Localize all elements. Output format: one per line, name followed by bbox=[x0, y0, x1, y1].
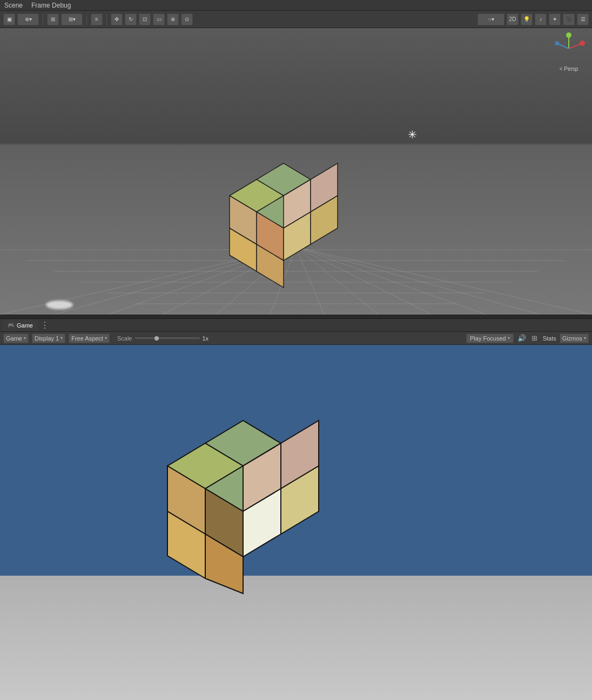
cube-shadow bbox=[46, 301, 73, 309]
stats-btn[interactable]: Stats bbox=[543, 335, 556, 342]
game-dropdown[interactable]: Game ▾ bbox=[3, 334, 29, 343]
game-view: CSDN @栗子大人 bbox=[0, 345, 592, 700]
more-options-icon[interactable]: ⋮ bbox=[41, 320, 49, 330]
transform-group-btn[interactable]: ⊕▾ bbox=[17, 14, 39, 25]
svg-point-36 bbox=[555, 41, 559, 45]
layers-btn[interactable]: ≡ bbox=[91, 14, 103, 25]
audio-toggle-btn[interactable]: 🔊 bbox=[517, 334, 527, 343]
game-tab[interactable]: 🎮 Game bbox=[2, 320, 38, 331]
gizmos-toolbar-btn[interactable]: ☰ bbox=[577, 14, 589, 25]
select-tool-btn[interactable]: ▣ bbox=[3, 14, 15, 25]
scale-slider-container: 1x bbox=[135, 335, 208, 342]
2d-btn[interactable]: 2D bbox=[507, 14, 519, 25]
scene-cube bbox=[224, 152, 343, 271]
play-focused-label: Play Focused bbox=[470, 335, 506, 342]
game-tab-label: Game bbox=[17, 322, 33, 329]
snap-btn[interactable]: ⊞▾ bbox=[61, 14, 83, 25]
watermark: CSDN @栗子大人 bbox=[537, 688, 586, 696]
scene-view: ✳ bbox=[0, 28, 592, 315]
scene-toolbar: ▣ ⊕▾ ⊞ ⊞▾ ≡ ✥ ↻ ⊡ ▭ ⊕ ⊙ ○▾ 2D 💡 ♪ ✦ 🎥 ☰ bbox=[0, 11, 592, 28]
scale-value: 1x bbox=[202, 335, 208, 342]
panel-divider bbox=[0, 315, 592, 319]
game-tab-bar: 🎮 Game ⋮ bbox=[0, 319, 592, 332]
free-aspect-label: Free Aspect bbox=[71, 335, 103, 342]
game-tab-icon: 🎮 bbox=[8, 322, 14, 328]
svg-point-32 bbox=[566, 32, 571, 38]
display1-dropdown[interactable]: Display 1 ▾ bbox=[32, 334, 65, 343]
game-dropdown-arrow: ▾ bbox=[24, 336, 26, 341]
move-tool-btn[interactable]: ✥ bbox=[111, 14, 123, 25]
free-aspect-arrow: ▾ bbox=[105, 336, 107, 341]
free-aspect-dropdown[interactable]: Free Aspect ▾ bbox=[69, 334, 110, 343]
rect-tool-btn[interactable]: ▭ bbox=[153, 14, 165, 25]
sep2 bbox=[86, 14, 87, 25]
transform-tool-btn[interactable]: ⊕ bbox=[167, 14, 179, 25]
play-focused-btn[interactable]: Play Focused ▾ bbox=[466, 334, 514, 343]
fx-btn[interactable]: ✦ bbox=[549, 14, 561, 25]
camera-btn[interactable]: 🎥 bbox=[563, 14, 575, 25]
persp-label: < Persp bbox=[560, 66, 578, 72]
sun-light-icon: ✳ bbox=[408, 128, 417, 141]
sep3 bbox=[106, 14, 107, 25]
scene-cube-svg bbox=[224, 152, 343, 271]
game-toolbar-right: Play Focused ▾ 🔊 ⊞ Stats Gizmos ▾ bbox=[466, 334, 589, 343]
game-dropdown-label: Game bbox=[6, 335, 22, 342]
scene-gizmo: < Persp bbox=[550, 32, 588, 76]
scale-slider-thumb bbox=[154, 336, 159, 341]
gizmos-label: Gizmos bbox=[562, 335, 582, 342]
game-cube-svg bbox=[157, 410, 329, 594]
scale-label: Scale bbox=[117, 335, 132, 342]
pivot-tool-btn[interactable]: ⊙ bbox=[181, 14, 193, 25]
gizmos-btn[interactable]: Gizmos ▾ bbox=[560, 334, 589, 343]
sep1 bbox=[43, 14, 43, 25]
rotate-tool-btn[interactable]: ↻ bbox=[125, 14, 137, 25]
game-toolbar: Game ▾ Display 1 ▾ Free Aspect ▾ Scale 1… bbox=[0, 332, 592, 345]
menu-frame-debug[interactable]: Frame Debug bbox=[31, 2, 71, 9]
globe-btn[interactable]: ○▾ bbox=[477, 14, 504, 25]
scale-slider[interactable] bbox=[135, 337, 200, 339]
grid-btn[interactable]: ⊞ bbox=[47, 14, 59, 25]
scale-tool-btn[interactable]: ⊡ bbox=[139, 14, 151, 25]
display1-arrow: ▾ bbox=[60, 336, 63, 341]
top-menu-bar: Scene Frame Debug bbox=[0, 0, 592, 11]
display1-label: Display 1 bbox=[35, 335, 59, 342]
game-cube bbox=[157, 410, 319, 583]
play-focused-arrow: ▾ bbox=[508, 336, 510, 341]
menu-scene[interactable]: Scene bbox=[4, 2, 23, 9]
gizmo-axes-svg bbox=[553, 32, 585, 65]
gizmos-arrow: ▾ bbox=[584, 336, 586, 341]
stats-grid-btn[interactable]: ⊞ bbox=[530, 334, 540, 343]
audio-btn[interactable]: ♪ bbox=[535, 14, 547, 25]
svg-point-34 bbox=[580, 41, 585, 46]
light-btn[interactable]: 💡 bbox=[521, 14, 533, 25]
